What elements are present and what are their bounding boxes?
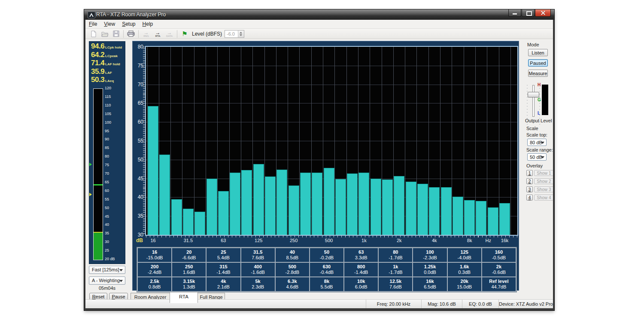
eq-cell-frequency: 31.5 [241, 249, 275, 255]
eq-cell-value: 6.5dB [413, 284, 447, 290]
transfer-button-rta[interactable]: →RTA [152, 29, 164, 38]
eq-cell-value: -0.6dB [482, 270, 516, 275]
response-speed-dropdown[interactable]: Fast [125ms] [89, 266, 125, 274]
eq-cell-value: 8.5dB [276, 255, 309, 261]
menu-item-setup[interactable]: Setup [118, 20, 139, 28]
overlay-number-button-2[interactable]: 2 [526, 178, 533, 184]
measurement-value: 35.9 [91, 67, 104, 76]
close-button[interactable] [535, 9, 551, 17]
tab-rta[interactable]: RTA [170, 292, 198, 303]
overlay-number-button-3[interactable]: 3 [526, 186, 533, 192]
print-button[interactable] [125, 29, 137, 39]
level-spinbox[interactable]: -6.0 [225, 30, 244, 38]
toolbar-separator [123, 30, 124, 38]
green-flag-icon: ⚑ [182, 30, 187, 37]
scale-range-value: 50 dB [530, 155, 542, 160]
response-speed-value: Fast [125ms] [92, 267, 119, 272]
arrow-right-icon: → [155, 30, 161, 35]
overlay-show-button-1[interactable]: Show 1 [534, 170, 553, 176]
meter-scale-label: 80 [105, 154, 125, 158]
eq-table-cell: 12.5k7.6dB [379, 277, 412, 291]
status-bar: Freq: 20.00 kHzMag: 10.6 dBEQ: 0.0 dBDev… [85, 299, 553, 308]
weighting-dropdown[interactable]: A - Weighting [89, 276, 125, 285]
x-axis-label: 125 [255, 238, 262, 243]
measurement-label: LAF hold [105, 62, 120, 66]
menu-item-help[interactable]: Help [139, 20, 157, 28]
output-level-slider-track[interactable] [532, 85, 535, 117]
eq-cell-value: 0.0dB [413, 270, 447, 275]
signal-generator-button[interactable]: ⚑ [179, 29, 190, 39]
overlay-show-button-2[interactable]: Show 2 [534, 178, 553, 184]
minimize-button[interactable] [508, 9, 521, 17]
y-axis-label: 60 [133, 119, 143, 125]
mode-button-paused[interactable]: Paused [528, 59, 548, 67]
eq-cell-frequency: 3.15k [172, 278, 206, 284]
output-level-label: Output Level [525, 118, 552, 123]
eq-cell-value: 1.6dB [172, 270, 206, 275]
meter-scale-label: 35 [105, 231, 125, 235]
meter-scale-label: 110 [105, 103, 125, 107]
output-level-slider-handle[interactable] [528, 92, 539, 97]
overlay-show-button-4[interactable]: Show 4 [534, 194, 553, 200]
spectrum-bar [207, 179, 217, 235]
menu-item-file[interactable]: File [85, 20, 100, 28]
measurement-label: LCpeak [105, 54, 118, 58]
spin-up-icon[interactable] [240, 32, 242, 33]
eq-cell-value: 3.3dB [344, 255, 378, 261]
mode-button-measure[interactable]: Measure [528, 70, 548, 77]
save-button[interactable] [110, 29, 122, 39]
new-file-button[interactable] [88, 29, 99, 39]
eq-cell-value: -1.7dB [379, 270, 412, 275]
level-spinner[interactable] [238, 30, 244, 37]
x-axis-label: 500 [325, 238, 333, 243]
spectrum-plot [145, 46, 518, 236]
scale-range-dropdown[interactable]: 50 dB [527, 153, 547, 161]
eq-cell-value: 1.3dB [172, 284, 206, 290]
meter-scale-label: 120 [105, 86, 125, 90]
eq-cell-frequency: 500 [276, 264, 309, 270]
measurement-label: LCpk hold [105, 46, 122, 49]
eq-cell-frequency: 50 [310, 249, 343, 255]
spectrum-bar [159, 155, 170, 235]
mode-button-listen[interactable]: Listen [528, 49, 548, 56]
rta-chart-panel: 8075706560555045403530 dB 1631.563125250… [132, 41, 519, 291]
gridline [510, 47, 511, 235]
eq-cell-value: -0.2dB [310, 255, 343, 261]
transfer-button-data[interactable]: →DATA [164, 29, 175, 38]
maximize-button[interactable] [522, 9, 535, 17]
status-item: Freq: 20.00 kHz [366, 300, 421, 308]
gridline [182, 47, 182, 235]
eq-table-cell: 3.15k1.3dB [172, 277, 206, 291]
open-file-button[interactable] [99, 29, 110, 39]
eq-cell-value: -1.4dB [207, 270, 240, 275]
meter-scale-label: 40 [105, 222, 125, 227]
printer-icon [127, 30, 135, 37]
overlay-number-button-1[interactable]: 1 [526, 170, 533, 176]
scale-top-dropdown[interactable]: 80 dB [527, 139, 547, 146]
eq-cell-frequency: 10k [344, 278, 378, 284]
menu-item-view[interactable]: View [100, 20, 118, 28]
transfer-button-rm1[interactable]: →RM1 [140, 29, 152, 38]
level-value: -6.0 [227, 31, 235, 36]
eq-table-cell: 16-15.0dB [138, 248, 171, 262]
eq-cell-frequency: 80 [379, 249, 412, 255]
eq-table-cell: Ref level44.7dB [482, 277, 516, 291]
meter-scale-label: 115 [105, 94, 125, 99]
transfer-button-label: RTA [155, 35, 160, 37]
app-logo-icon [88, 12, 95, 18]
overlay-show-button-3[interactable]: Show 3 [534, 186, 553, 192]
title-bar[interactable]: RTA - XTZ Room Analyzer Pro [84, 9, 554, 20]
eq-table-cell: 1.25k0.0dB [413, 263, 447, 276]
spin-down-icon[interactable] [240, 34, 242, 36]
eq-table-cell: 2.5k0.8dB [138, 277, 171, 291]
eq-table-cell: 5k2.3dB [241, 277, 275, 291]
eq-cell-value: -6.6dB [172, 255, 206, 261]
x-axis-label: 1k [361, 238, 367, 243]
measurement-value: 50.3 [91, 76, 104, 84]
eq-cell-frequency: 315 [207, 264, 240, 270]
measurement-label: LAeq [105, 79, 114, 83]
eq-cell-value: 2.1dB [207, 284, 240, 290]
overlay-number-button-4[interactable]: 4 [526, 194, 533, 200]
eq-table-cell: 125-4.0dB [448, 248, 481, 262]
eq-cell-value: -1.7dB [379, 255, 412, 261]
